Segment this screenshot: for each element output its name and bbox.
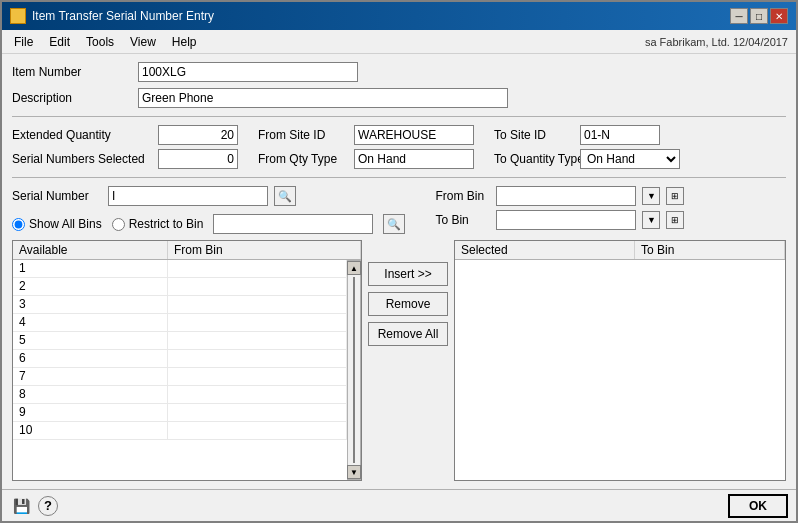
list-item[interactable]: 3 [13, 296, 347, 314]
to-bin-expand-button[interactable]: ⊞ [666, 211, 684, 229]
menu-file[interactable]: File [6, 33, 41, 51]
maximize-button[interactable]: □ [750, 8, 768, 24]
to-bin-input[interactable] [496, 210, 636, 230]
item-number-row: Item Number [12, 62, 786, 82]
divider-1 [12, 116, 786, 117]
to-bin-lookup-button[interactable]: ▼ [642, 211, 660, 229]
bin-filter-input[interactable] [213, 214, 373, 234]
list-item[interactable]: 7 [13, 368, 347, 386]
from-site-input[interactable] [354, 125, 474, 145]
qty-site-row: Extended Quantity Serial Numbers Selecte… [12, 125, 786, 169]
description-label: Description [12, 91, 132, 105]
list-item[interactable]: 4 [13, 314, 347, 332]
available-list-body[interactable]: 1 2 3 4 5 6 7 8 9 10 [13, 260, 347, 480]
list-item[interactable]: 8 [13, 386, 347, 404]
from-qty-input[interactable] [354, 149, 474, 169]
from-site-label: From Site ID [258, 128, 348, 142]
available-col-header: Available [13, 241, 168, 259]
scroll-up-arrow[interactable]: ▲ [347, 261, 361, 275]
selected-list-panel: Selected To Bin [454, 240, 786, 481]
lists-area: Available From Bin 1 2 3 4 5 6 7 8 9 10 [12, 240, 786, 481]
to-qty-select[interactable]: On Hand [580, 149, 680, 169]
item-number-label: Item Number [12, 65, 132, 79]
list-item[interactable]: 2 [13, 278, 347, 296]
from-bin-col-header: From Bin [168, 241, 361, 259]
list-item[interactable]: 6 [13, 350, 347, 368]
remove-all-button[interactable]: Remove All [368, 322, 448, 346]
item-number-input[interactable] [138, 62, 358, 82]
restrict-to-bin-label: Restrict to Bin [129, 217, 204, 231]
serial-search-button[interactable]: 🔍 [274, 186, 296, 206]
list-item[interactable]: 10 [13, 422, 347, 440]
restrict-to-bin-radio[interactable]: Restrict to Bin [112, 217, 204, 231]
to-qty-label: To Quantity Type [494, 152, 574, 166]
show-all-bins-radio[interactable]: Show All Bins [12, 217, 102, 231]
list-item[interactable]: 9 [13, 404, 347, 422]
from-bin-input[interactable] [496, 186, 636, 206]
from-bin-expand-button[interactable]: ⊞ [666, 187, 684, 205]
serial-number-label: Serial Number [12, 189, 102, 203]
serial-selected-input[interactable] [158, 149, 238, 169]
selected-list-header: Selected To Bin [455, 241, 785, 260]
ok-button[interactable]: OK [728, 494, 788, 518]
close-button[interactable]: ✕ [770, 8, 788, 24]
content-area: Item Number Description Extended Quantit… [2, 54, 796, 489]
bin-filter-search-button[interactable]: 🔍 [383, 214, 405, 234]
list-item[interactable]: 1 [13, 260, 347, 278]
action-buttons-col: Insert >> Remove Remove All [368, 240, 448, 481]
scroll-down-arrow[interactable]: ▼ [347, 465, 361, 479]
divider-2 [12, 177, 786, 178]
minimize-button[interactable]: ─ [730, 8, 748, 24]
bottom-icons: 💾 ? [10, 495, 58, 517]
selected-list-body[interactable] [455, 260, 785, 480]
menu-view[interactable]: View [122, 33, 164, 51]
available-list-header: Available From Bin [13, 241, 361, 260]
menu-help[interactable]: Help [164, 33, 205, 51]
to-site-label: To Site ID [494, 128, 574, 142]
menu-tools[interactable]: Tools [78, 33, 122, 51]
menu-edit[interactable]: Edit [41, 33, 78, 51]
bottom-bar: 💾 ? OK [2, 489, 796, 521]
from-bin-label: From Bin [435, 189, 490, 203]
serial-number-input[interactable] [108, 186, 268, 206]
available-scrollbar[interactable]: ▲ ▼ [347, 260, 361, 480]
title-bar: Item Transfer Serial Number Entry ─ □ ✕ [2, 2, 796, 30]
to-bin-col-header: To Bin [635, 241, 785, 259]
available-list-panel: Available From Bin 1 2 3 4 5 6 7 8 9 10 [12, 240, 362, 481]
scroll-thumb[interactable] [353, 277, 355, 463]
insert-button[interactable]: Insert >> [368, 262, 448, 286]
selected-col-header: Selected [455, 241, 635, 259]
user-info: sa Fabrikam, Ltd. 12/04/2017 [645, 36, 792, 48]
from-qty-label: From Qty Type [258, 152, 348, 166]
extended-qty-label: Extended Quantity [12, 128, 152, 142]
from-bin-lookup-button[interactable]: ▼ [642, 187, 660, 205]
menu-bar: File Edit Tools View Help sa Fabrikam, L… [2, 30, 796, 54]
bin-section: From Bin ▼ ⊞ To Bin ▼ ⊞ [435, 186, 684, 230]
to-site-input[interactable] [580, 125, 660, 145]
list-item[interactable]: 5 [13, 332, 347, 350]
serial-selected-label: Serial Numbers Selected [12, 152, 152, 166]
main-window: Item Transfer Serial Number Entry ─ □ ✕ … [0, 0, 798, 523]
remove-button[interactable]: Remove [368, 292, 448, 316]
help-icon[interactable]: ? [38, 496, 58, 516]
description-row: Description [12, 88, 786, 108]
window-title: Item Transfer Serial Number Entry [32, 9, 214, 23]
show-all-bins-label: Show All Bins [29, 217, 102, 231]
extended-qty-input[interactable] [158, 125, 238, 145]
save-icon[interactable]: 💾 [10, 495, 32, 517]
serial-bin-row: Serial Number 🔍 Show All Bins Restrict t… [12, 186, 786, 234]
app-icon [10, 8, 26, 24]
description-input[interactable] [138, 88, 508, 108]
to-bin-label: To Bin [435, 213, 490, 227]
